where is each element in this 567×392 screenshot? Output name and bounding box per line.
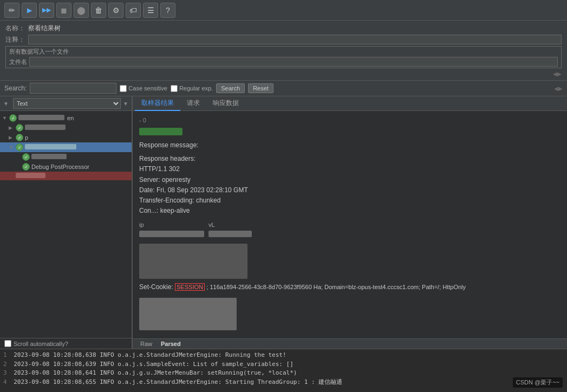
log-line: 4 2023-09-08 10:28:08,655 INFO o.a.j.e.S… xyxy=(3,378,564,387)
cookie-value: ; 116a1894-2566-43c8-8d70-9623f9560 Ha; … xyxy=(206,284,466,290)
expand-icon: ▶ xyxy=(9,135,14,140)
config-panel: 名称： 察看结果树 注释： 所有数据写入一个文件 文件名 ◀▶ xyxy=(0,21,567,81)
tree-header: ▼ Text RegExp Tester CSS/JQuery JSON Pat… xyxy=(0,96,132,111)
run-all-button[interactable]: ▶▶ xyxy=(39,3,54,18)
name-value: 察看结果树 xyxy=(28,24,61,33)
list-item[interactable]: ▶ ✓ xyxy=(0,123,132,133)
status-icon-green: ✓ xyxy=(16,124,23,132)
help-button[interactable]: ? xyxy=(160,3,175,18)
bottom-small-block: « xyxy=(139,335,561,338)
regex-checkbox[interactable] xyxy=(171,85,178,92)
right-tabs: 取样器结果 请求 响应数据 xyxy=(133,96,567,111)
tab-request[interactable]: 请求 xyxy=(180,96,206,111)
item-label xyxy=(25,125,129,131)
expand-icon: ▶ xyxy=(9,125,14,130)
response-code-green xyxy=(139,129,183,137)
tab-parsed[interactable]: Parsed xyxy=(157,339,185,349)
reset-button[interactable]: Reset xyxy=(248,83,273,93)
tab-raw[interactable]: Raw xyxy=(136,339,157,349)
list-button[interactable]: ☰ xyxy=(143,3,158,18)
item-label-debug: Debug PostProcessor xyxy=(31,164,129,170)
search-button[interactable]: Search xyxy=(216,83,245,93)
settings-button[interactable]: ⚙ xyxy=(108,3,123,18)
item-label xyxy=(31,154,129,160)
blurred-code xyxy=(139,128,183,135)
date-header: Date: Fri, 08 Sep 2023 02:28:10 GMT xyxy=(139,185,561,195)
tag-button[interactable]: 🏷 xyxy=(126,3,141,18)
regex-group: Regular exp. xyxy=(171,85,213,92)
server-header: Server: openresty xyxy=(139,175,561,185)
right-content: - 0 Response message: Response headers: … xyxy=(133,111,567,338)
cookie-line: Set-Cookie: SESSION ; 116a1894-2566-43c8… xyxy=(139,282,561,292)
cookie-session-key: SESSION xyxy=(175,283,205,291)
expand-icon: ▼ xyxy=(9,145,14,150)
response-headers: Response headers: HTTP/1.1 302 Server: o… xyxy=(139,154,561,216)
scroll-indicator-right: ◀▶ xyxy=(554,86,563,92)
transfer-encoding-header: Transfer-Encoding: chunked xyxy=(139,195,561,206)
log-text-2: 2023-09-08 10:28:08,639 INFO o.a.j.s.Sam… xyxy=(14,361,294,368)
tree-dropdown-icon[interactable]: ▼ xyxy=(123,101,128,107)
body-fields: ip vL xyxy=(139,220,561,240)
bottom-blurred-block xyxy=(139,298,237,330)
list-item[interactable]: ✓ xyxy=(0,152,132,162)
status-icon-green: ✓ xyxy=(22,153,30,161)
section-title: 所有数据写入一个文件 xyxy=(9,48,69,55)
split-panel: ▼ Text RegExp Tester CSS/JQuery JSON Pat… xyxy=(0,96,567,349)
tree-type-select[interactable]: Text RegExp Tester CSS/JQuery JSON Path xyxy=(13,98,121,109)
tree-content: ▼ ✓ en ▶ ✓ ▶ xyxy=(0,111,132,338)
bottom-log: 1 2023-09-08 10:28:08,638 INFO o.a.j.e.S… xyxy=(0,349,567,392)
filename-input[interactable] xyxy=(29,57,558,67)
search-bar: Search: Case sensitive Regular exp. Sear… xyxy=(0,81,567,96)
edit-button[interactable]: ✏ xyxy=(4,3,19,18)
blurred-label xyxy=(25,125,66,130)
case-sensitive-label: Case sensitive xyxy=(128,85,167,92)
blurred-label xyxy=(18,115,64,120)
comment-label: 注释： xyxy=(5,35,25,44)
tab-sampler-results[interactable]: 取样器结果 xyxy=(135,96,180,111)
connection-header: Con...: keep-alive xyxy=(139,206,561,216)
scroll-auto-checkbox[interactable] xyxy=(4,340,11,347)
item-label xyxy=(25,144,129,151)
count-text: - 0 xyxy=(139,117,146,123)
toolbar: ✏ ▶ ▶▶ ◼ ⬤ 🗑 ⚙ 🏷 ☰ ? xyxy=(0,0,567,21)
main-area: 名称： 察看结果树 注释： 所有数据写入一个文件 文件名 ◀▶ Search: … xyxy=(0,21,567,392)
log-text-4: 2023-09-08 10:28:08,655 INFO o.a.j.e.Sta… xyxy=(14,378,342,386)
http-status: HTTP/1.1 302 xyxy=(139,164,561,174)
list-item[interactable]: ▼ ✓ xyxy=(0,142,132,152)
log-line: 1 2023-09-08 10:28:08,638 INFO o.a.j.e.S… xyxy=(3,351,564,360)
bottom-image-area xyxy=(139,298,561,330)
case-sensitive-checkbox[interactable] xyxy=(120,85,127,92)
item-label xyxy=(16,173,129,179)
blurred-label xyxy=(16,173,45,178)
scroll-indicator-top: ◀▶ xyxy=(553,71,562,77)
search-input[interactable] xyxy=(30,83,116,94)
headers-label: Response headers: xyxy=(139,154,561,164)
run-button[interactable]: ▶ xyxy=(22,3,37,18)
tree-collapse-icon[interactable]: ▼ xyxy=(3,101,9,107)
list-item[interactable]: ▶ ✓ p xyxy=(0,133,132,142)
scroll-auto-label: Scroll automatically? xyxy=(14,341,68,347)
filename-label: 文件名 xyxy=(9,58,27,66)
vl-blurred xyxy=(208,231,252,237)
status-icon-green: ✓ xyxy=(22,163,30,171)
clear-button[interactable]: 🗑 xyxy=(91,3,106,18)
section-border: 所有数据写入一个文件 文件名 xyxy=(5,46,562,68)
record-button[interactable]: ⬤ xyxy=(74,3,89,18)
item-label: p xyxy=(25,134,129,141)
response-image xyxy=(139,244,247,279)
blurred-label xyxy=(25,144,76,149)
scroll-auto-bar: Scroll automatically? xyxy=(0,338,132,349)
response-body-area: ip vL xyxy=(139,220,561,279)
log-line: 2 2023-09-08 10:28:08,639 INFO o.a.j.s.S… xyxy=(3,360,564,369)
list-item[interactable]: ✓ Debug PostProcessor xyxy=(0,162,132,172)
comment-input[interactable] xyxy=(28,35,562,44)
stop-button[interactable]: ◼ xyxy=(56,3,71,18)
name-label: 名称： xyxy=(5,24,25,33)
tab-response-data[interactable]: 响应数据 xyxy=(206,96,245,111)
case-sensitive-group: Case sensitive xyxy=(120,85,167,92)
list-item[interactable] xyxy=(0,172,132,180)
item-label: en xyxy=(18,115,129,121)
search-label: Search: xyxy=(4,84,27,92)
expand-icon: ▼ xyxy=(2,115,8,121)
list-item[interactable]: ▼ ✓ en xyxy=(0,113,132,123)
